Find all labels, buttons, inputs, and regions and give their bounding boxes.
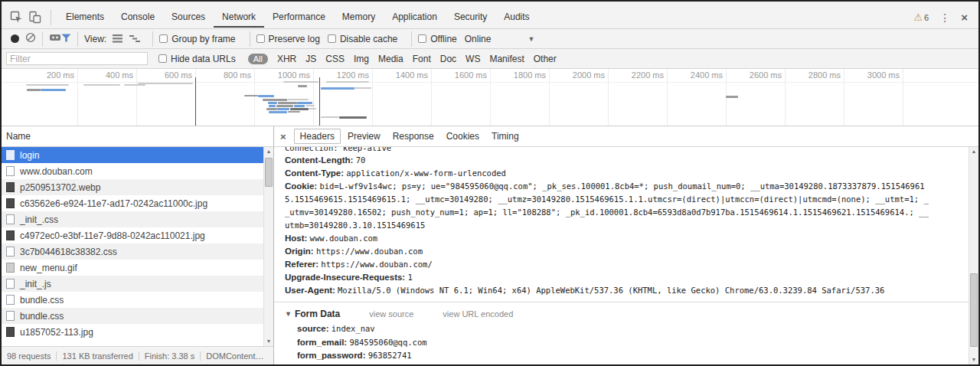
timeline-tick-label: 600 ms <box>142 70 192 80</box>
request-row[interactable]: bundle.css <box>2 308 263 324</box>
group-by-frame-checkbox[interactable]: Group by frame <box>159 34 235 44</box>
request-row[interactable]: c4972ec0-e3bf-11e7-9d88-0242ac110021.jpg <box>2 227 263 243</box>
filter-funnel-icon[interactable] <box>61 34 71 44</box>
filter-input[interactable] <box>6 52 148 65</box>
network-overview-timeline[interactable]: 200 ms400 ms600 ms800 ms1000 ms1200 ms14… <box>2 69 978 126</box>
details-tab-response[interactable]: Response <box>387 129 439 143</box>
tab-elements[interactable]: Elements <box>57 8 113 28</box>
timeline-tick-label: 1800 ms <box>495 70 546 80</box>
details-tab-headers[interactable]: Headers <box>294 129 341 144</box>
use-large-rows-icon[interactable] <box>113 34 123 43</box>
request-row[interactable]: p2509513702.webp <box>2 179 263 195</box>
details-scrollbar[interactable]: ▲ ▼ <box>969 147 978 364</box>
type-filter-js[interactable]: JS <box>301 53 321 65</box>
waterfall-bar <box>339 116 367 119</box>
timeline-gridline <box>372 69 373 126</box>
status-item: 98 requests <box>2 351 56 361</box>
close-devtools-icon[interactable]: × <box>961 11 968 24</box>
header-key: Host: <box>285 234 310 243</box>
request-row[interactable]: _init_.css <box>2 211 263 227</box>
clipped-header-line: Connection: keep-alive <box>285 147 969 153</box>
request-row[interactable]: www.douban.com <box>2 163 263 179</box>
tab-application[interactable]: Application <box>384 8 446 28</box>
details-tab-timing[interactable]: Timing <box>486 129 524 143</box>
waterfall-bar <box>27 89 41 91</box>
request-name: _init_.js <box>20 279 51 289</box>
waterfall-bar <box>309 108 316 109</box>
timeline-gridline <box>667 69 668 126</box>
image-icon <box>6 230 15 240</box>
tab-console[interactable]: Console <box>113 8 163 28</box>
request-row[interactable]: new_menu.gif <box>2 260 263 276</box>
type-filter-doc[interactable]: Doc <box>436 53 461 65</box>
offline-checkbox[interactable]: Offline <box>418 34 456 44</box>
waterfall-bar <box>244 95 258 96</box>
type-filter-media[interactable]: Media <box>374 53 408 65</box>
view-source-link[interactable]: view source <box>369 307 413 322</box>
waterfall-bar <box>268 102 277 104</box>
disable-cache-label: Disable cache <box>340 34 397 44</box>
tab-memory[interactable]: Memory <box>334 8 384 28</box>
tab-security[interactable]: Security <box>446 8 495 28</box>
name-column-header[interactable]: Name <box>2 126 273 147</box>
capture-screenshots-icon[interactable] <box>49 33 61 44</box>
header-line: Content-Type: application/x-www-form-url… <box>285 166 969 179</box>
type-filter-img[interactable]: Img <box>349 53 374 65</box>
type-filter-ws[interactable]: WS <box>461 53 485 65</box>
clear-icon[interactable] <box>25 32 36 45</box>
header-key: Cookie: <box>285 181 319 191</box>
scroll-up-icon[interactable]: ▲ <box>969 147 978 156</box>
timeline-gridline <box>844 69 844 126</box>
close-details-icon[interactable]: × <box>280 131 286 142</box>
inspect-element-icon[interactable] <box>8 9 24 26</box>
form-data-field: source: index_nav <box>285 322 969 335</box>
request-row[interactable]: _init_.js <box>2 276 263 292</box>
network-filter-bar: Hide data URLs AllXHRJSCSSImgMediaFontDo… <box>2 49 978 69</box>
kebab-menu-icon[interactable]: ⋮ <box>939 11 950 24</box>
scrollbar-thumb[interactable] <box>970 273 978 347</box>
console-warnings-badge[interactable]: ⚠ 6 <box>913 11 929 23</box>
request-row[interactable]: 3c7b044618c38382.css <box>2 243 263 260</box>
type-filter-font[interactable]: Font <box>408 53 436 65</box>
tab-performance[interactable]: Performance <box>264 8 334 28</box>
timeline-tick-label: 1600 ms <box>436 70 487 80</box>
details-tab-preview[interactable]: Preview <box>342 129 386 143</box>
tab-audits[interactable]: Audits <box>495 8 537 28</box>
scrollbar-thumb[interactable] <box>265 158 273 187</box>
timeline-gridline <box>490 69 491 126</box>
form-field-value: 984595060@qq.com <box>349 338 426 347</box>
record-button[interactable] <box>11 34 19 43</box>
status-item: DOMContent… <box>200 351 269 361</box>
throttling-select[interactable]: Online ▼ <box>465 34 535 44</box>
type-filter-manifest[interactable]: Manifest <box>485 53 528 65</box>
details-tab-cookies[interactable]: Cookies <box>441 129 485 143</box>
request-row[interactable]: c63562e6-e924-11e7-ad17-0242ac11000c.jpg <box>2 195 263 211</box>
request-list-scrollbar[interactable]: ▲ ▼ <box>263 147 273 346</box>
waterfall-bar <box>287 99 309 100</box>
type-filter-all[interactable]: All <box>248 54 268 64</box>
hide-data-urls-checkbox[interactable]: Hide data URLs <box>158 54 236 64</box>
document-icon <box>6 150 15 160</box>
waterfall-bar <box>321 87 354 90</box>
disable-cache-checkbox[interactable]: Disable cache <box>328 34 397 44</box>
scroll-down-icon[interactable]: ▼ <box>264 337 273 346</box>
preserve-log-checkbox[interactable]: Preserve log <box>256 34 320 44</box>
header-line: Cookie: bid=L-wf9v1s4wc; ps=y; ue="98459… <box>285 179 969 192</box>
request-row[interactable]: login <box>2 147 263 163</box>
scroll-down-icon[interactable]: ▼ <box>969 355 978 364</box>
type-filter-xhr[interactable]: XHR <box>273 53 301 65</box>
waterfall-bar <box>276 105 293 107</box>
triangle-expanded-icon[interactable]: ▼ <box>285 307 292 322</box>
request-row[interactable]: u1857052-113.jpg <box>2 324 263 340</box>
device-toolbar-icon[interactable] <box>26 9 43 26</box>
type-filter-other[interactable]: Other <box>529 53 561 65</box>
tab-sources[interactable]: Sources <box>163 8 214 28</box>
tab-network[interactable]: Network <box>214 8 264 28</box>
form-data-field: form_password: 963852741 <box>285 348 969 362</box>
show-overview-icon[interactable] <box>129 34 140 43</box>
header-value: 1 <box>407 273 412 282</box>
view-url-encoded-link[interactable]: view URL encoded <box>443 307 513 322</box>
request-row[interactable]: bundle.css <box>2 292 263 308</box>
type-filter-css[interactable]: CSS <box>321 53 349 65</box>
scroll-up-icon[interactable]: ▲ <box>264 147 273 156</box>
